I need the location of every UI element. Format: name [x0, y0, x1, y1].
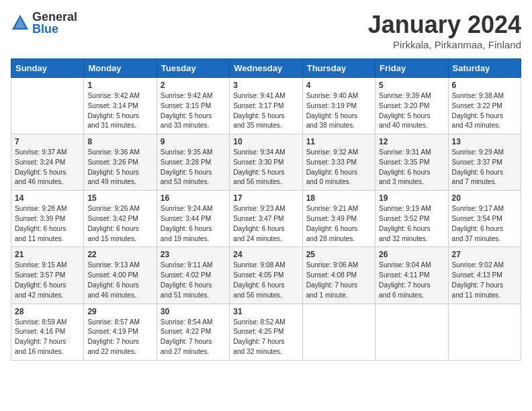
day-cell: 20Sunrise: 9:17 AMSunset: 3:54 PMDayligh… — [448, 191, 521, 247]
day-cell: 1Sunrise: 9:42 AMSunset: 3:14 PMDaylight… — [84, 78, 157, 134]
day-cell: 17Sunrise: 9:23 AMSunset: 3:47 PMDayligh… — [230, 191, 302, 247]
day-cell: 7Sunrise: 9:37 AMSunset: 3:24 PMDaylight… — [11, 134, 84, 191]
day-cell: 14Sunrise: 9:28 AMSunset: 3:39 PMDayligh… — [11, 191, 84, 247]
day-number: 19 — [379, 193, 444, 203]
logo-text: General Blue — [32, 11, 77, 35]
day-cell — [448, 304, 521, 360]
day-number: 30 — [161, 307, 226, 316]
day-number: 3 — [233, 81, 298, 90]
day-cell: 18Sunrise: 9:21 AMSunset: 3:49 PMDayligh… — [302, 191, 375, 247]
week-row-5: 28Sunrise: 8:59 AMSunset: 4:16 PMDayligh… — [11, 304, 521, 360]
day-info: Sunrise: 9:04 AMSunset: 4:11 PMDaylight:… — [379, 261, 444, 300]
day-info: Sunrise: 9:24 AMSunset: 3:44 PMDaylight:… — [161, 204, 226, 244]
day-info: Sunrise: 9:35 AMSunset: 3:28 PMDaylight:… — [161, 148, 226, 187]
day-info: Sunrise: 8:52 AMSunset: 4:25 PMDaylight:… — [233, 318, 298, 357]
day-cell: 30Sunrise: 8:54 AMSunset: 4:22 PMDayligh… — [157, 304, 229, 360]
day-info: Sunrise: 9:40 AMSunset: 3:19 PMDaylight:… — [306, 91, 371, 131]
day-number: 12 — [379, 137, 444, 146]
day-number: 26 — [379, 250, 444, 259]
day-info: Sunrise: 9:34 AMSunset: 3:30 PMDaylight:… — [233, 148, 298, 187]
day-cell: 10Sunrise: 9:34 AMSunset: 3:30 PMDayligh… — [230, 134, 302, 191]
day-number: 16 — [161, 193, 226, 203]
day-number: 5 — [379, 81, 444, 90]
calendar-title: January 2024 — [368, 11, 521, 39]
day-cell: 15Sunrise: 9:26 AMSunset: 3:42 PMDayligh… — [84, 191, 157, 247]
logo-general-text: General — [32, 11, 77, 23]
calendar-header: SundayMondayTuesdayWednesdayThursdayFrid… — [11, 59, 521, 78]
day-cell: 2Sunrise: 9:42 AMSunset: 3:15 PMDaylight… — [157, 78, 229, 134]
day-cell: 26Sunrise: 9:04 AMSunset: 4:11 PMDayligh… — [375, 247, 448, 304]
day-cell: 24Sunrise: 9:08 AMSunset: 4:05 PMDayligh… — [230, 247, 302, 304]
day-number: 2 — [161, 81, 226, 90]
day-cell: 4Sunrise: 9:40 AMSunset: 3:19 PMDaylight… — [302, 78, 375, 134]
day-cell: 13Sunrise: 9:29 AMSunset: 3:37 PMDayligh… — [448, 134, 521, 191]
logo-blue-text: Blue — [32, 23, 77, 35]
day-info: Sunrise: 9:39 AMSunset: 3:20 PMDaylight:… — [379, 91, 444, 131]
day-cell — [302, 304, 375, 360]
header-cell-thursday: Thursday — [302, 59, 375, 78]
day-info: Sunrise: 9:13 AMSunset: 4:00 PMDaylight:… — [87, 261, 152, 300]
day-number: 25 — [306, 250, 371, 259]
day-number: 20 — [452, 193, 517, 203]
day-cell: 6Sunrise: 9:38 AMSunset: 3:22 PMDaylight… — [448, 78, 521, 134]
day-cell — [375, 304, 448, 360]
day-number: 11 — [306, 137, 371, 146]
day-cell: 28Sunrise: 8:59 AMSunset: 4:16 PMDayligh… — [11, 304, 84, 360]
day-info: Sunrise: 9:37 AMSunset: 3:24 PMDaylight:… — [15, 148, 80, 187]
day-number: 6 — [452, 81, 517, 90]
day-number: 9 — [161, 137, 226, 146]
calendar-subtitle: Pirkkala, Pirkanmaa, Finland — [368, 39, 521, 50]
day-info: Sunrise: 9:32 AMSunset: 3:33 PMDaylight:… — [306, 148, 371, 187]
day-cell: 29Sunrise: 8:57 AMSunset: 4:19 PMDayligh… — [84, 304, 157, 360]
day-number: 10 — [233, 137, 298, 146]
day-info: Sunrise: 9:02 AMSunset: 4:13 PMDaylight:… — [452, 261, 517, 300]
day-info: Sunrise: 9:06 AMSunset: 4:08 PMDaylight:… — [306, 261, 371, 300]
header-cell-tuesday: Tuesday — [157, 59, 229, 78]
day-info: Sunrise: 9:23 AMSunset: 3:47 PMDaylight:… — [233, 204, 298, 244]
day-number: 13 — [452, 137, 517, 146]
day-info: Sunrise: 9:41 AMSunset: 3:17 PMDaylight:… — [233, 91, 298, 131]
day-number: 29 — [87, 307, 152, 316]
day-info: Sunrise: 9:38 AMSunset: 3:22 PMDaylight:… — [452, 91, 517, 131]
day-info: Sunrise: 9:21 AMSunset: 3:49 PMDaylight:… — [306, 204, 371, 244]
day-number: 8 — [87, 137, 152, 146]
header-row: SundayMondayTuesdayWednesdayThursdayFrid… — [11, 59, 521, 78]
day-cell: 5Sunrise: 9:39 AMSunset: 3:20 PMDaylight… — [375, 78, 448, 134]
day-cell: 23Sunrise: 9:11 AMSunset: 4:02 PMDayligh… — [157, 247, 229, 304]
day-number: 7 — [15, 137, 80, 146]
day-info: Sunrise: 9:31 AMSunset: 3:35 PMDaylight:… — [379, 148, 444, 187]
day-info: Sunrise: 8:54 AMSunset: 4:22 PMDaylight:… — [161, 318, 226, 357]
day-info: Sunrise: 9:08 AMSunset: 4:05 PMDaylight:… — [233, 261, 298, 300]
day-number: 24 — [233, 250, 298, 259]
calendar-table: SundayMondayTuesdayWednesdayThursdayFrid… — [11, 58, 521, 361]
day-info: Sunrise: 8:57 AMSunset: 4:19 PMDaylight:… — [87, 318, 152, 357]
title-block: January 2024 Pirkkala, Pirkanmaa, Finlan… — [368, 11, 521, 50]
day-cell: 3Sunrise: 9:41 AMSunset: 3:17 PMDaylight… — [230, 78, 302, 134]
day-number: 18 — [306, 193, 371, 203]
day-info: Sunrise: 9:26 AMSunset: 3:42 PMDaylight:… — [87, 204, 152, 244]
day-cell: 9Sunrise: 9:35 AMSunset: 3:28 PMDaylight… — [157, 134, 229, 191]
day-cell — [11, 78, 84, 134]
day-number: 23 — [161, 250, 226, 259]
calendar-body: 1Sunrise: 9:42 AMSunset: 3:14 PMDaylight… — [11, 78, 521, 361]
day-number: 4 — [306, 81, 371, 90]
day-cell: 25Sunrise: 9:06 AMSunset: 4:08 PMDayligh… — [302, 247, 375, 304]
day-number: 22 — [87, 250, 152, 259]
day-info: Sunrise: 9:42 AMSunset: 3:14 PMDaylight:… — [87, 91, 152, 131]
day-cell: 22Sunrise: 9:13 AMSunset: 4:00 PMDayligh… — [84, 247, 157, 304]
week-row-1: 1Sunrise: 9:42 AMSunset: 3:14 PMDaylight… — [11, 78, 521, 134]
header-cell-wednesday: Wednesday — [230, 59, 302, 78]
week-row-4: 21Sunrise: 9:15 AMSunset: 3:57 PMDayligh… — [11, 247, 521, 304]
day-info: Sunrise: 9:36 AMSunset: 3:26 PMDaylight:… — [87, 148, 152, 187]
day-info: Sunrise: 9:19 AMSunset: 3:52 PMDaylight:… — [379, 204, 444, 244]
day-number: 1 — [87, 81, 152, 90]
day-cell: 8Sunrise: 9:36 AMSunset: 3:26 PMDaylight… — [84, 134, 157, 191]
day-info: Sunrise: 8:59 AMSunset: 4:16 PMDaylight:… — [15, 318, 80, 357]
day-cell: 21Sunrise: 9:15 AMSunset: 3:57 PMDayligh… — [11, 247, 84, 304]
week-row-3: 14Sunrise: 9:28 AMSunset: 3:39 PMDayligh… — [11, 191, 521, 247]
day-cell: 12Sunrise: 9:31 AMSunset: 3:35 PMDayligh… — [375, 134, 448, 191]
logo: General Blue — [11, 11, 77, 35]
day-cell: 27Sunrise: 9:02 AMSunset: 4:13 PMDayligh… — [448, 247, 521, 304]
day-info: Sunrise: 9:11 AMSunset: 4:02 PMDaylight:… — [161, 261, 226, 300]
day-info: Sunrise: 9:29 AMSunset: 3:37 PMDaylight:… — [452, 148, 517, 187]
